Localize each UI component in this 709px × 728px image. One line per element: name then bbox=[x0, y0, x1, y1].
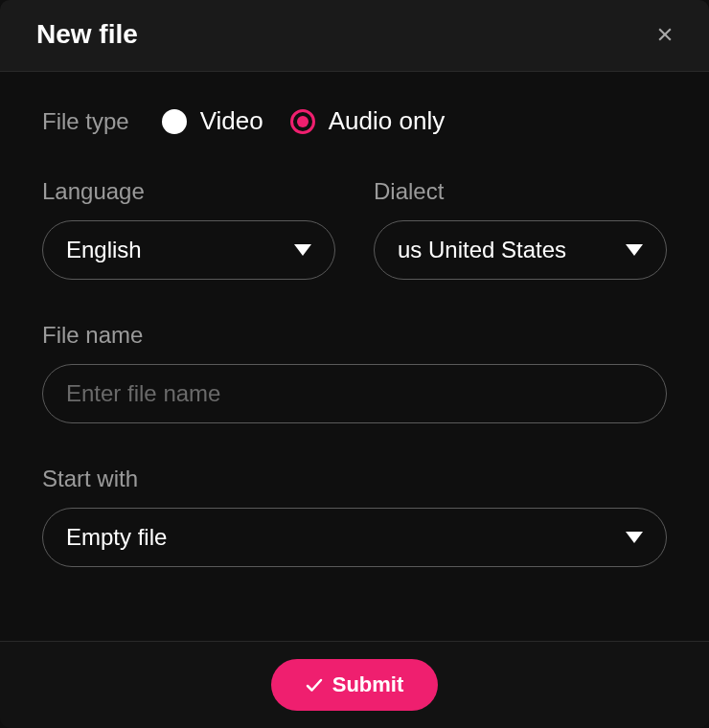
radio-icon-selected bbox=[290, 109, 315, 134]
radio-inner-dot bbox=[297, 116, 309, 127]
svg-marker-2 bbox=[294, 244, 311, 256]
language-value: English bbox=[66, 237, 294, 263]
close-icon bbox=[655, 25, 675, 44]
language-dialect-row: Language English Dialect us United State… bbox=[42, 178, 667, 280]
file-name-label: File name bbox=[42, 322, 667, 349]
submit-label: Submit bbox=[332, 672, 404, 697]
chevron-down-icon bbox=[626, 532, 643, 543]
submit-button[interactable]: Submit bbox=[271, 659, 439, 711]
dialect-field: Dialect us United States bbox=[374, 178, 667, 280]
radio-label-video: Video bbox=[200, 106, 263, 136]
start-with-select[interactable]: Empty file bbox=[42, 508, 667, 567]
dialog-title: New file bbox=[36, 19, 138, 50]
svg-marker-3 bbox=[626, 244, 643, 256]
dialog-header: New file bbox=[0, 0, 709, 72]
dialect-label: Dialect bbox=[374, 178, 667, 205]
dialog-footer: Submit bbox=[0, 641, 709, 728]
language-label: Language bbox=[42, 178, 335, 205]
check-icon bbox=[306, 677, 323, 693]
start-with-value: Empty file bbox=[66, 524, 626, 551]
file-name-input[interactable] bbox=[42, 364, 667, 423]
radio-icon bbox=[162, 109, 187, 134]
file-name-field: File name bbox=[42, 322, 667, 423]
close-button[interactable] bbox=[652, 21, 678, 48]
chevron-down-icon bbox=[294, 244, 311, 256]
language-field: Language English bbox=[42, 178, 335, 280]
svg-marker-4 bbox=[626, 532, 643, 543]
start-with-label: Start with bbox=[42, 466, 667, 492]
dialect-select[interactable]: us United States bbox=[374, 220, 667, 280]
dialect-value: us United States bbox=[398, 237, 626, 263]
language-select[interactable]: English bbox=[42, 220, 335, 280]
file-type-radio-group: Video Audio only bbox=[162, 106, 445, 136]
new-file-dialog: New file File type Video Audio only bbox=[0, 0, 709, 728]
file-type-row: File type Video Audio only bbox=[42, 106, 667, 136]
radio-option-audio[interactable]: Audio only bbox=[290, 106, 445, 136]
radio-label-audio: Audio only bbox=[329, 106, 445, 136]
dialog-content: File type Video Audio only Language Eng bbox=[0, 72, 709, 641]
chevron-down-icon bbox=[626, 244, 643, 256]
start-with-field: Start with Empty file bbox=[42, 466, 667, 567]
radio-option-video[interactable]: Video bbox=[162, 106, 263, 136]
file-type-label: File type bbox=[42, 108, 129, 135]
